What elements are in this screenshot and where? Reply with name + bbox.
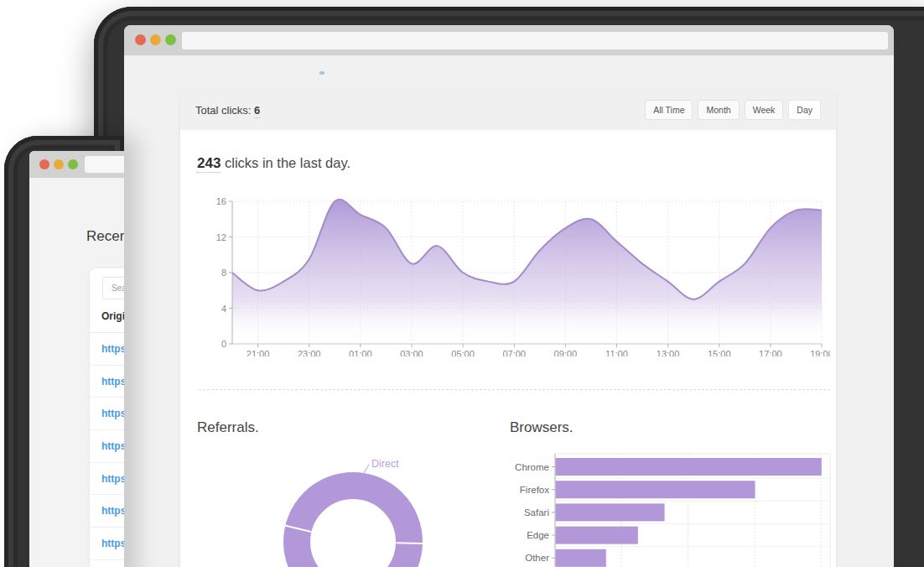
x-tick-label: 11:00: [605, 349, 628, 356]
main-browser-window: Total clicks: 6 All TimeMonthWeekDay 243…: [124, 25, 894, 567]
address-bar[interactable]: [182, 32, 888, 49]
zoom-window-icon[interactable]: [68, 159, 78, 169]
category-label: Safari: [524, 507, 549, 518]
x-tick-label: 07:00: [502, 349, 526, 356]
y-tick-label: 8: [221, 268, 226, 278]
total-clicks-label: Total clicks: 6: [195, 104, 260, 117]
donut-ring: [297, 486, 409, 567]
x-tick-label: 17:00: [759, 349, 782, 356]
traffic-lights: [135, 34, 176, 45]
original-url-link[interactable]: https:: [101, 376, 124, 388]
clicks-count: 243: [197, 155, 221, 173]
clicks-area-chart: 048121621:0023:0001:0003:0005:0007:0009:…: [199, 195, 830, 356]
segment-divider: [396, 543, 423, 544]
bar-other: [556, 549, 606, 567]
bar-safari: [556, 503, 665, 521]
x-tick-label: 13:00: [657, 349, 680, 356]
search-input[interactable]: [102, 277, 124, 299]
y-tick-label: 0: [221, 339, 226, 349]
time-filters: All TimeMonthWeekDay: [645, 100, 821, 120]
original-url-column-header: Origi: [101, 310, 124, 322]
category-label: Firefox: [520, 485, 549, 495]
label-leader-line: [363, 465, 369, 474]
x-tick-label: 21:00: [247, 349, 270, 356]
browsers-bar-chart: ChromeFirefoxSafariEdgeOther: [510, 449, 837, 567]
area-fill: [232, 200, 822, 344]
table-row: https:: [90, 560, 124, 567]
table-row: https:: [90, 430, 124, 463]
table-row: https:: [90, 528, 124, 560]
original-url-link[interactable]: https:: [101, 408, 124, 419]
table-row: https:: [90, 333, 124, 366]
category-label: Edge: [527, 530, 549, 540]
links-table-card: Origi https:https:https:https:https:http…: [90, 268, 124, 567]
filter-button-week[interactable]: Week: [745, 100, 784, 120]
table-row: https:: [90, 366, 124, 398]
original-url-link[interactable]: https:: [101, 440, 124, 452]
zoom-window-icon[interactable]: [165, 34, 176, 45]
links-table: https:https:https:https:https:https:http…: [90, 333, 124, 567]
table-row: https:: [90, 463, 124, 496]
secondary-browser-window: Recen Origi https:https:https:https:http…: [29, 151, 124, 567]
tiny-favicon-dot: [319, 71, 324, 75]
original-url-link[interactable]: https:: [101, 343, 124, 355]
y-tick-label: 16: [216, 196, 226, 206]
table-row: https:: [90, 398, 124, 430]
secondary-titlebar: [29, 151, 124, 178]
traffic-lights: [39, 159, 78, 169]
x-tick-label: 01:00: [349, 349, 372, 356]
x-tick-label: 15:00: [708, 349, 731, 356]
original-url-link[interactable]: https:: [101, 473, 124, 485]
main-browser-frame: Total clicks: 6 All TimeMonthWeekDay 243…: [94, 7, 924, 567]
x-tick-label: 09:00: [554, 349, 578, 356]
x-tick-label: 19:00: [810, 349, 830, 356]
browsers-title: Browsers.: [510, 419, 574, 436]
x-tick-label: 03:00: [400, 349, 423, 356]
address-bar[interactable]: [85, 156, 124, 173]
x-tick-label: 05:00: [451, 349, 475, 356]
section-divider: [199, 389, 830, 390]
filter-button-day[interactable]: Day: [788, 100, 821, 120]
bar-chrome: [556, 458, 822, 476]
referrals-title: Referrals.: [197, 419, 259, 436]
original-url-link[interactable]: https:: [101, 538, 124, 549]
minimize-window-icon[interactable]: [54, 159, 64, 169]
bar-firefox: [556, 481, 755, 498]
filter-button-month[interactable]: Month: [698, 100, 739, 120]
close-window-icon[interactable]: [135, 34, 146, 45]
secondary-browser-frame: Recen Origi https:https:https:https:http…: [4, 136, 124, 567]
analytics-card-body: 243 clicks in the last day. 048121621:00…: [180, 130, 836, 567]
analytics-card: Total clicks: 6 All TimeMonthWeekDay 243…: [180, 90, 836, 567]
table-row: https:: [90, 495, 124, 528]
clicks-headline: 243 clicks in the last day.: [197, 155, 350, 172]
minimize-window-icon[interactable]: [150, 34, 161, 45]
original-url-link[interactable]: https:: [101, 505, 124, 517]
category-label: Chrome: [515, 462, 549, 472]
referrals-donut-chart: Direct: [277, 449, 444, 567]
filter-button-all-time[interactable]: All Time: [645, 100, 693, 120]
category-label: Other: [525, 553, 549, 563]
y-tick-label: 12: [216, 232, 226, 242]
analytics-card-header: Total clicks: 6 All TimeMonthWeekDay: [180, 90, 836, 130]
secondary-page-content: Recen Origi https:https:https:https:http…: [29, 178, 124, 567]
bar-edge: [556, 527, 638, 544]
donut-slice-label: Direct: [371, 458, 399, 470]
y-tick-label: 4: [221, 304, 226, 314]
close-window-icon[interactable]: [39, 159, 49, 169]
desktop-canvas: Total clicks: 6 All TimeMonthWeekDay 243…: [0, 0, 924, 567]
main-page-content: Total clicks: 6 All TimeMonthWeekDay 243…: [124, 55, 894, 567]
recent-links-heading: Recen: [86, 228, 124, 245]
main-titlebar: [124, 25, 894, 55]
x-tick-label: 23:00: [298, 349, 321, 356]
total-clicks-value: 6: [254, 104, 260, 118]
